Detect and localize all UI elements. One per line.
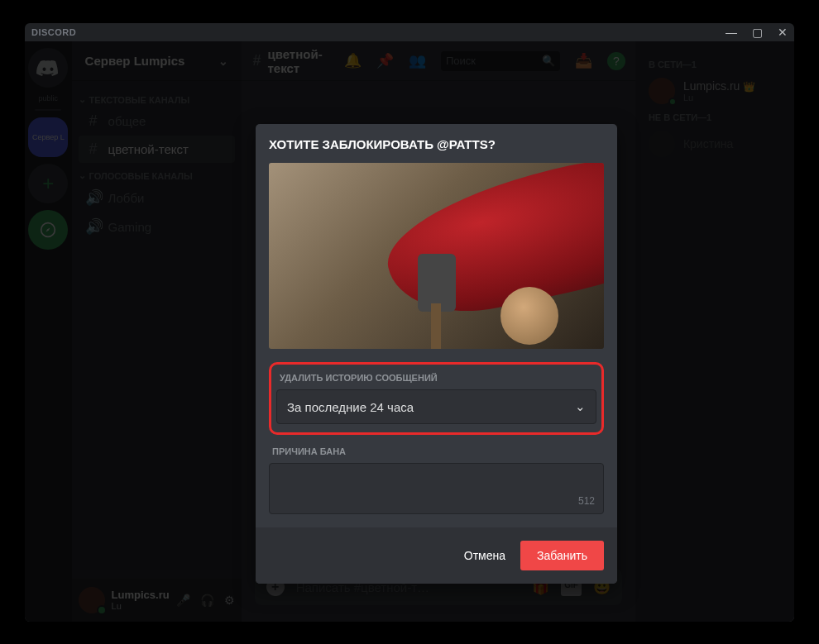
- ban-reason-input[interactable]: 512: [269, 463, 604, 514]
- titlebar: DISCORD — ▢ ✕: [25, 23, 794, 41]
- chevron-down-icon: ⌄: [575, 399, 586, 414]
- modal-title: ХОТИТЕ ЗАБЛОКИРОВАТЬ @PATTS?: [269, 137, 604, 151]
- ban-modal: ХОТИТЕ ЗАБЛОКИРОВАТЬ @PATTS? УДАЛИТЬ ИСТ…: [256, 124, 617, 584]
- select-value: За последние 24 часа: [287, 400, 414, 414]
- delete-history-label: УДАЛИТЬ ИСТОРИЮ СООБЩЕНИЙ: [276, 373, 596, 383]
- ban-reason-label: ПРИЧИНА БАНА: [269, 446, 604, 456]
- window-frame: DISCORD — ▢ ✕ public Сервер L + Сервер L…: [25, 23, 794, 622]
- ban-gif: [269, 163, 604, 349]
- minimize-icon[interactable]: —: [726, 26, 737, 39]
- app-body: public Сервер L + Сервер Lumpics ⌄ ⌄ТЕКС…: [25, 41, 794, 622]
- char-counter: 512: [578, 495, 595, 507]
- maximize-icon[interactable]: ▢: [752, 26, 763, 39]
- close-icon[interactable]: ✕: [778, 26, 788, 39]
- ban-button[interactable]: Забанить: [520, 541, 604, 570]
- highlight-annotation: УДАЛИТЬ ИСТОРИЮ СООБЩЕНИЙ За последние 2…: [269, 362, 604, 435]
- cancel-button[interactable]: Отмена: [464, 549, 505, 562]
- app-brand: DISCORD: [31, 27, 76, 37]
- delete-history-select[interactable]: За последние 24 часа ⌄: [276, 389, 596, 424]
